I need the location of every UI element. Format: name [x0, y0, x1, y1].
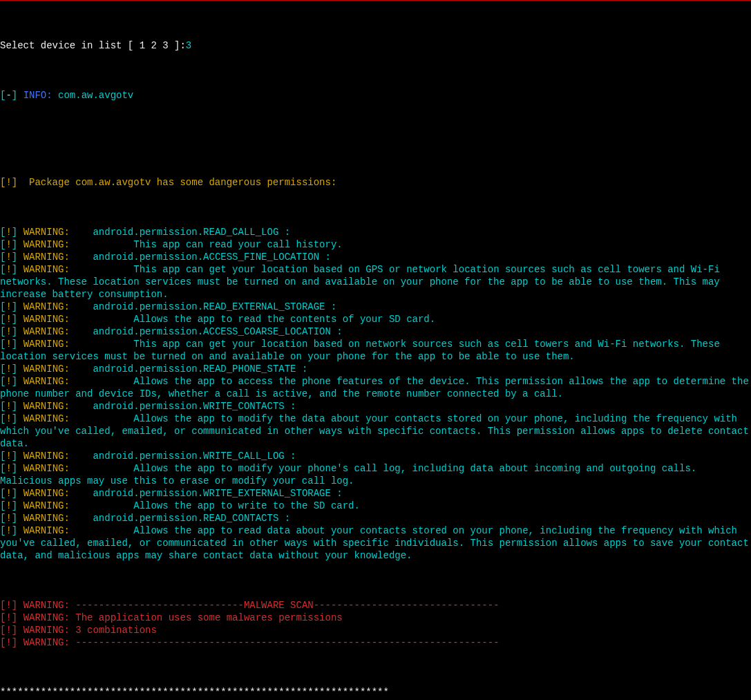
warning-line: [!] WARNING: android.permission.WRITE_CO… — [0, 400, 751, 413]
warning-text: android.permission.READ_EXTERNAL_STORAGE… — [75, 301, 336, 312]
warning-text: This app can read your call history. — [75, 239, 342, 250]
prompt-input[interactable]: 3 — [186, 40, 191, 51]
warning-line: [!] WARNING: android.permission.ACCESS_F… — [0, 251, 751, 263]
pkg1-warning-list: [!] WARNING: android.permission.READ_CAL… — [0, 226, 751, 562]
info-line-pkg1: [-] INFO: com.aw.avgotv — [0, 89, 751, 102]
warning-line: [!] WARNING: Allows the app to modify th… — [0, 413, 751, 450]
warning-text: Allows the app to modify the data about … — [0, 413, 751, 449]
warning-text: android.permission.WRITE_EXTERNAL_STORAG… — [75, 488, 342, 499]
warning-line: [!] WARNING: android.permission.READ_PHO… — [0, 363, 751, 375]
warning-line: [!] WARNING: android.permission.READ_CON… — [0, 512, 751, 524]
warning-text: Allows the app to modify your phone's ca… — [0, 463, 703, 486]
warning-text: android.permission.ACCESS_FINE_LOCATION … — [75, 252, 331, 263]
warning-text: android.permission.READ_PHONE_STATE : — [75, 363, 307, 375]
warning-text: android.permission.READ_CALL_LOG : — [75, 227, 290, 238]
warning-line: [!] WARNING: Allows the app to read the … — [0, 313, 751, 325]
malware-line: [!] WARNING: 3 combinations — [0, 624, 751, 636]
malware-line: [!] WARNING: The application uses some m… — [0, 612, 751, 624]
prompt-line: Select device in list [ 1 2 3 ]:3 — [0, 39, 751, 52]
malware-text: ----------------------------------------… — [75, 637, 499, 648]
warning-text: Allows the app to access the phone featu… — [0, 376, 751, 399]
warning-text: android.permission.READ_CONTACTS : — [75, 513, 290, 524]
warning-text: Allows the app to write to the SD card. — [75, 500, 360, 511]
warning-text: Allows the app to read the contents of y… — [75, 314, 435, 325]
warning-text: This app can get your location based on … — [0, 339, 725, 362]
warning-line: [!] WARNING: This app can read your call… — [0, 238, 751, 251]
warning-line: [!] WARNING: This app can get your locat… — [0, 263, 751, 301]
pkg1-malware-list: [!] WARNING: ---------------------------… — [0, 599, 751, 649]
separator: ****************************************… — [0, 686, 751, 699]
warning-line: [!] WARNING: android.permission.ACCESS_C… — [0, 325, 751, 338]
warning-line: [!] WARNING: Allows the app to write to … — [0, 500, 751, 512]
warning-text: android.permission.ACCESS_COARSE_LOCATIO… — [75, 326, 342, 337]
pkg1-name: com.aw.avgotv — [53, 90, 134, 101]
malware-text: 3 combinations — [75, 625, 157, 636]
warning-line: [!] WARNING: android.permission.READ_CAL… — [0, 226, 751, 238]
danger-header-pkg1: [!] Package com.aw.avgotv has some dange… — [0, 176, 751, 189]
warning-line: [!] WARNING: This app can get your locat… — [0, 338, 751, 363]
prompt-text: Select device in list [ 1 2 3 ]: — [0, 40, 186, 51]
warning-text: android.permission.WRITE_CALL_LOG : — [75, 451, 296, 462]
info-label: INFO: — [23, 90, 53, 101]
warning-line: [!] WARNING: Allows the app to read data… — [0, 524, 751, 562]
warning-line: [!] WARNING: Allows the app to access th… — [0, 375, 751, 400]
warning-line: [!] WARNING: android.permission.WRITE_EX… — [0, 487, 751, 500]
warning-line: [!] WARNING: Allows the app to modify yo… — [0, 462, 751, 487]
warning-line: [!] WARNING: android.permission.WRITE_CA… — [0, 450, 751, 462]
warning-text: android.permission.WRITE_CONTACTS : — [75, 401, 296, 412]
malware-line: [!] WARNING: ---------------------------… — [0, 599, 751, 612]
warning-line: [!] WARNING: android.permission.READ_EXT… — [0, 301, 751, 313]
malware-text: The application uses some malwares permi… — [75, 612, 348, 623]
malware-line: [!] WARNING: ---------------------------… — [0, 636, 751, 649]
terminal-output: Select device in list [ 1 2 3 ]:3 [-] IN… — [0, 1, 751, 700]
malware-text: -----------------------------MALWARE SCA… — [75, 600, 499, 611]
warning-text: Allows the app to read data about your c… — [0, 525, 751, 561]
warning-text: This app can get your location based on … — [0, 264, 725, 300]
